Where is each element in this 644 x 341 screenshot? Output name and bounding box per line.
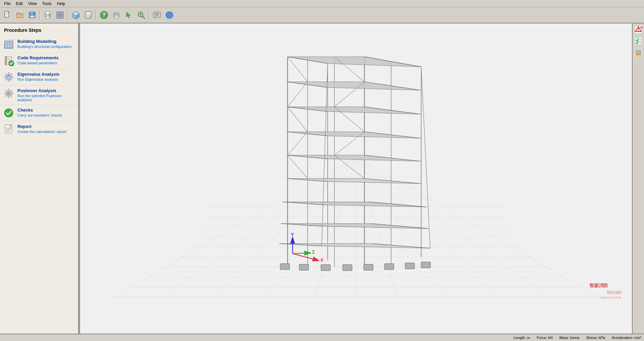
svg-rect-68	[10, 79, 12, 81]
calculator-button[interactable]	[82, 9, 94, 21]
view-orientation-button[interactable]	[633, 25, 643, 35]
building-modelling-icon	[3, 39, 14, 50]
svg-marker-32	[126, 12, 130, 18]
sep2	[67, 10, 68, 20]
svg-rect-9	[46, 16, 49, 18]
svg-point-10	[49, 15, 50, 16]
step-eigenvalue-analysis[interactable]: Eigenvalue Analysis Run Eigenvalue analy…	[0, 69, 78, 85]
pushover-icon	[3, 88, 14, 99]
step-building-modelling[interactable]: Building Modelling Building's structural…	[0, 36, 78, 53]
code-requirements-icon	[3, 55, 14, 66]
code-requirements-text: Code Requirements Code-based parameters	[17, 55, 75, 65]
checks-subtitle: Carry out members' checks	[17, 113, 75, 117]
3d-button[interactable]	[70, 9, 82, 21]
svg-rect-14	[60, 15, 63, 18]
svg-text:?: ?	[102, 12, 106, 18]
svg-rect-154	[299, 264, 309, 270]
right-toolbar	[632, 23, 644, 334]
layers-button[interactable]	[110, 9, 122, 21]
svg-rect-77	[12, 93, 13, 94]
report-icon	[3, 124, 14, 135]
save-button[interactable]	[26, 9, 38, 21]
svg-rect-51	[5, 46, 7, 47]
svg-rect-65	[8, 73, 9, 74]
print-button[interactable]	[42, 9, 54, 21]
svg-rect-23	[90, 15, 91, 16]
acceleration-status: Acceleration: m/s²	[612, 336, 641, 340]
report-text: Report Create the calculations' report	[17, 124, 75, 134]
left-panel: Procedure Steps	[0, 23, 79, 334]
svg-rect-50	[10, 43, 11, 45]
svg-text:智控消防: 智控消防	[607, 290, 622, 294]
force-status: Force: kN	[537, 336, 553, 340]
menu-help[interactable]: Help	[54, 1, 68, 7]
step-code-requirements[interactable]: Code Requirements Code-based parameters	[0, 53, 78, 69]
svg-rect-48	[5, 43, 7, 45]
svg-rect-180	[636, 54, 641, 55]
svg-rect-78	[10, 95, 12, 97]
sep4	[149, 10, 149, 20]
svg-rect-47	[5, 41, 13, 43]
svg-text:Z: Z	[312, 249, 315, 255]
sep1	[40, 10, 40, 20]
svg-point-84	[5, 109, 13, 117]
report-title: Report	[17, 124, 75, 129]
new-button[interactable]	[1, 9, 13, 21]
pointer-button[interactable]	[123, 9, 135, 21]
open-button[interactable]	[14, 9, 26, 21]
step-checks[interactable]: Checks Carry out members' checks	[0, 105, 78, 121]
svg-rect-156	[343, 265, 352, 271]
step-pushover-analysis[interactable]: Pushover Analysis Run the selected Pusho…	[0, 85, 78, 105]
menu-file[interactable]: File	[1, 1, 13, 7]
properties-button[interactable]	[633, 48, 643, 58]
pushover-text: Pushover Analysis Run the selected Pusho…	[17, 88, 75, 102]
svg-rect-70	[5, 79, 7, 81]
checks-text: Checks Carry out members' checks	[17, 108, 75, 117]
toolbar: ?	[0, 7, 644, 23]
svg-rect-26	[90, 16, 91, 17]
svg-rect-37	[153, 12, 161, 17]
svg-rect-8	[46, 12, 49, 14]
viewport-3d[interactable]: X Y Z 智森消防 智控消防 www.zs119.cc	[80, 23, 632, 334]
svg-rect-22	[88, 15, 89, 16]
sep3	[96, 10, 96, 20]
svg-rect-11	[57, 12, 60, 15]
viewport-svg: X Y Z 智森消防 智控消防 www.zs119.cc	[80, 23, 632, 334]
svg-rect-66	[10, 73, 12, 75]
help-button[interactable]: ?	[98, 9, 110, 21]
svg-rect-5	[33, 12, 34, 14]
svg-rect-159	[405, 263, 415, 269]
panel-title: Procedure Steps	[0, 26, 78, 36]
svg-rect-81	[4, 93, 6, 94]
pushover-title: Pushover Analysis	[17, 88, 75, 93]
eigenvalue-text: Eigenvalue Analysis Run Eigenvalue analy…	[17, 72, 75, 81]
message-button[interactable]	[151, 9, 163, 21]
web-button[interactable]	[163, 9, 175, 21]
step-report[interactable]: Report Create the calculations' report	[0, 121, 78, 138]
menu-view[interactable]: View	[25, 1, 40, 7]
svg-rect-25	[88, 16, 89, 17]
building-modelling-text: Building Modelling Building's structural…	[17, 39, 75, 49]
svg-rect-79	[8, 96, 9, 98]
grid-button[interactable]	[54, 9, 66, 21]
svg-rect-153	[280, 264, 289, 270]
checklist-button[interactable]	[633, 36, 643, 46]
status-bar: Length: m Force: kN Mass: tonne Stress: …	[0, 334, 644, 341]
eigenvalue-subtitle: Run Eigenvalue analysis	[17, 77, 75, 81]
code-requirements-title: Code Requirements	[17, 55, 75, 60]
eigenvalue-title: Eigenvalue Analysis	[17, 72, 75, 77]
menu-tools[interactable]: Tools	[40, 1, 54, 7]
zoom-button[interactable]	[135, 9, 147, 21]
pushover-subtitle: Run the selected Pushover analyses	[17, 94, 75, 102]
svg-rect-155	[321, 265, 330, 271]
svg-rect-21	[86, 15, 87, 16]
svg-rect-178	[636, 50, 641, 51]
length-status: Length: m	[514, 336, 530, 340]
svg-rect-53	[10, 46, 11, 47]
svg-rect-12	[60, 12, 63, 15]
menu-edit[interactable]: Edit	[13, 1, 25, 7]
svg-text:智森消防: 智森消防	[589, 283, 608, 288]
svg-text:X: X	[320, 257, 324, 263]
svg-text:www.zs119.cc: www.zs119.cc	[600, 295, 622, 299]
svg-text:Y: Y	[291, 232, 294, 237]
